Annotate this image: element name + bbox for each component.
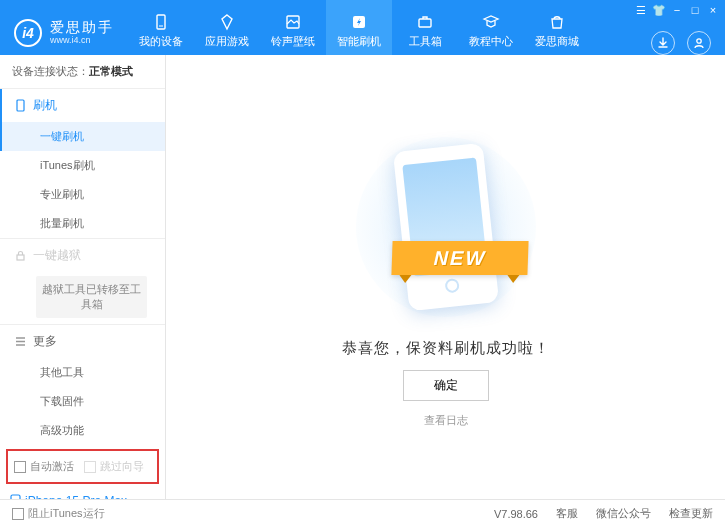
apps-icon (218, 13, 236, 31)
app-site: www.i4.cn (50, 36, 114, 46)
highlighted-options-box: 自动激活 跳过向导 (6, 449, 159, 484)
sidebar-item-other-tools[interactable]: 其他工具 (0, 358, 165, 387)
sidebar-group-jailbreak[interactable]: 一键越狱 (0, 239, 165, 272)
success-message: 恭喜您，保资料刷机成功啦！ (342, 339, 550, 358)
logo-block: i4 爱思助手 www.i4.cn (0, 19, 128, 55)
svg-rect-0 (157, 15, 165, 29)
sidebar-item-advanced[interactable]: 高级功能 (0, 416, 165, 445)
nav-store[interactable]: 爱思商城 (524, 0, 590, 55)
sidebar-group-more[interactable]: 更多 (0, 325, 165, 358)
jailbreak-moved-note[interactable]: 越狱工具已转移至工具箱 (36, 276, 147, 318)
header-right (637, 31, 725, 55)
status-bar: 阻止iTunes运行 V7.98.66 客服 微信公众号 检查更新 (0, 499, 725, 527)
download-button[interactable] (651, 31, 675, 55)
window-controls: ☰ 👕 − □ × (629, 0, 725, 20)
support-link[interactable]: 客服 (556, 506, 578, 521)
success-illustration: NEW (346, 127, 546, 327)
flash-icon (350, 13, 368, 31)
version-label: V7.98.66 (494, 508, 538, 520)
main-content: NEW 恭喜您，保资料刷机成功啦！ 确定 查看日志 (166, 55, 725, 499)
sidebar-item-pro-flash[interactable]: 专业刷机 (0, 180, 165, 209)
device-info: iPhone 15 Pro Max 512GB iPhone (0, 488, 165, 499)
sidebar-group-flash[interactable]: 刷机 (0, 89, 165, 122)
auto-activate-checkbox[interactable]: 自动激活 (14, 459, 74, 474)
store-icon (548, 13, 566, 31)
view-log-link[interactable]: 查看日志 (424, 413, 468, 428)
close-icon[interactable]: × (705, 2, 721, 18)
menu-icon[interactable]: ☰ (633, 2, 649, 18)
tutorial-icon (482, 13, 500, 31)
connection-status: 设备连接状态：正常模式 (0, 55, 165, 88)
nav-toolbox[interactable]: 工具箱 (392, 0, 458, 55)
new-banner: NEW (391, 241, 528, 275)
logo-icon: i4 (14, 19, 42, 47)
check-update-link[interactable]: 检查更新 (669, 506, 713, 521)
nav-wallpaper[interactable]: 铃声壁纸 (260, 0, 326, 55)
ok-button[interactable]: 确定 (403, 370, 489, 401)
wechat-link[interactable]: 微信公众号 (596, 506, 651, 521)
account-button[interactable] (687, 31, 711, 55)
sidebar-item-oneclick-flash[interactable]: 一键刷机 (0, 122, 165, 151)
maximize-icon[interactable]: □ (687, 2, 703, 18)
minimize-icon[interactable]: − (669, 2, 685, 18)
app-title: 爱思助手 (50, 20, 114, 35)
device-icon (152, 13, 170, 31)
nav-tutorials[interactable]: 教程中心 (458, 0, 524, 55)
svg-rect-4 (419, 19, 431, 27)
toolbox-icon (416, 13, 434, 31)
tshirt-icon[interactable]: 👕 (651, 2, 667, 18)
svg-rect-1 (159, 26, 163, 27)
wallpaper-icon (284, 13, 302, 31)
svg-point-5 (697, 39, 701, 43)
sidebar-item-itunes-flash[interactable]: iTunes刷机 (0, 151, 165, 180)
lock-icon (14, 249, 27, 262)
nav-my-device[interactable]: 我的设备 (128, 0, 194, 55)
block-itunes-checkbox[interactable]: 阻止iTunes运行 (12, 506, 105, 521)
app-header: ☰ 👕 − □ × i4 爱思助手 www.i4.cn 我的设备 应用游戏 铃声… (0, 0, 725, 55)
phone-flash-icon (14, 99, 27, 112)
nav-apps[interactable]: 应用游戏 (194, 0, 260, 55)
sidebar-item-batch-flash[interactable]: 批量刷机 (0, 209, 165, 238)
svg-rect-7 (17, 255, 24, 260)
nav-smart-flash[interactable]: 智能刷机 (326, 0, 392, 55)
sidebar: 设备连接状态：正常模式 刷机 一键刷机 iTunes刷机 专业刷机 批量刷机 一… (0, 55, 166, 499)
svg-rect-6 (17, 100, 24, 111)
skip-setup-checkbox[interactable]: 跳过向导 (84, 459, 144, 474)
sidebar-item-download-fw[interactable]: 下载固件 (0, 387, 165, 416)
top-nav: 我的设备 应用游戏 铃声壁纸 智能刷机 工具箱 教程中心 爱思商城 (128, 0, 590, 55)
list-icon (14, 335, 27, 348)
